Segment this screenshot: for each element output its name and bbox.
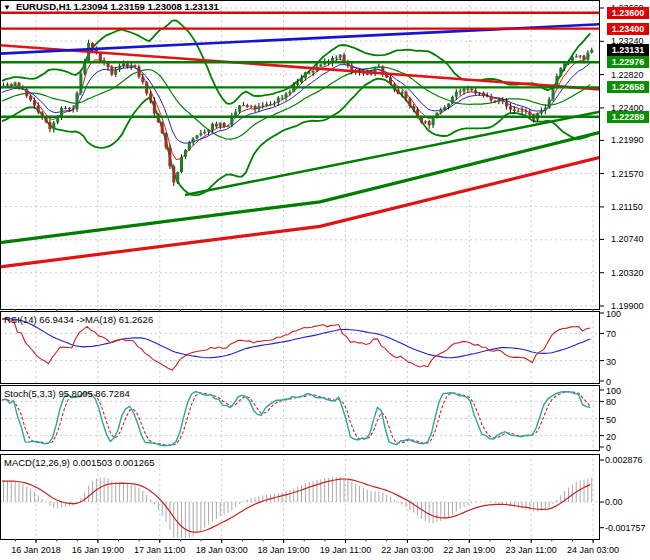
macd-axis-label: 0.00 xyxy=(605,497,623,507)
price-axis-label: 1.21990 xyxy=(611,135,644,145)
rsi-indicator-label: RSI(14) 66.9434 ->MA(18) 61.2626 xyxy=(4,314,153,325)
chart-title-text: EURUSD,H1 1.23094 1.23159 1.23008 1.2313… xyxy=(16,1,219,12)
rsi-axis-label: 70 xyxy=(606,329,616,339)
time-axis-label: 23 Jan 11:00 xyxy=(505,545,556,555)
bollinger-middle xyxy=(2,67,590,139)
price-axis-label: 1.20320 xyxy=(611,268,644,278)
price-badge-support: 1.22976 xyxy=(607,56,649,68)
macd-signal-line xyxy=(2,479,590,532)
chart-marker-icon: ▼ xyxy=(3,3,11,12)
rsi-line xyxy=(2,319,590,371)
rsi-axis-label: 30 xyxy=(606,357,616,367)
slow-ma-green xyxy=(0,132,600,242)
time-axis-label: 18 Jan 19:00 xyxy=(258,545,310,555)
price-badge-support: 1.22289 xyxy=(607,111,649,123)
stoch-axis-label: 80 xyxy=(606,397,616,407)
bollinger-lower xyxy=(2,79,590,196)
price-badge-resistance: 1.23400 xyxy=(607,23,649,35)
rsi-axis-label: 100 xyxy=(606,309,621,319)
trend-ma-lines xyxy=(0,112,600,267)
time-axis-label: 22 Jan 19:00 xyxy=(443,545,495,555)
stoch-axis-label: 20 xyxy=(606,432,616,442)
price-axis-ticks xyxy=(600,8,604,528)
stoch-axis-label: 100 xyxy=(606,386,621,396)
time-axis-label: 18 Jan 03:00 xyxy=(196,545,248,555)
descending-red-trendline xyxy=(0,45,600,89)
time-axis-label: 22 Jan 03:00 xyxy=(381,545,433,555)
time-axis-label: 19 Jan 11:00 xyxy=(320,545,371,555)
stoch-axis-label: 50 xyxy=(606,415,616,425)
mt4-chart-window: { "title": { "marker": "▼", "text": "EUR… xyxy=(0,0,650,560)
price-badge-support: 1.22658 xyxy=(607,81,649,93)
stoch-indicator-label: Stoch(5,3,3) 95.8005 86.7284 xyxy=(4,388,130,399)
time-axis-label: 17 Jan 11:00 xyxy=(134,545,185,555)
time-axis-label: 16 Jan 2018 xyxy=(11,545,61,555)
price-axis-label: 1.20740 xyxy=(611,234,644,244)
time-axis-label: 24 Jan 03:00 xyxy=(567,545,619,555)
macd-indicator-label: MACD(12,26,9) 0.001503 0.001265 xyxy=(4,457,155,468)
price-badge-current: 1.23131 xyxy=(607,44,649,56)
price-axis-label: 1.21150 xyxy=(611,202,643,212)
price-badge-resistance: 1.23600 xyxy=(607,7,649,19)
stoch-axis-label: 0 xyxy=(606,443,611,453)
bollinger-bands xyxy=(2,21,590,196)
time-axis-label: 16 Jan 19:00 xyxy=(72,545,124,555)
macd-axis-label: 0.002876 xyxy=(605,455,643,465)
chart-title: ▼EURUSD,H1 1.23094 1.23159 1.23008 1.231… xyxy=(3,1,219,12)
macd-histogram xyxy=(4,477,592,539)
chart-canvas[interactable] xyxy=(0,0,650,560)
price-axis-label: 1.22820 xyxy=(611,70,644,80)
macd-axis-label: -0.001757 xyxy=(605,523,646,533)
price-axis-label: 1.21570 xyxy=(611,169,644,179)
